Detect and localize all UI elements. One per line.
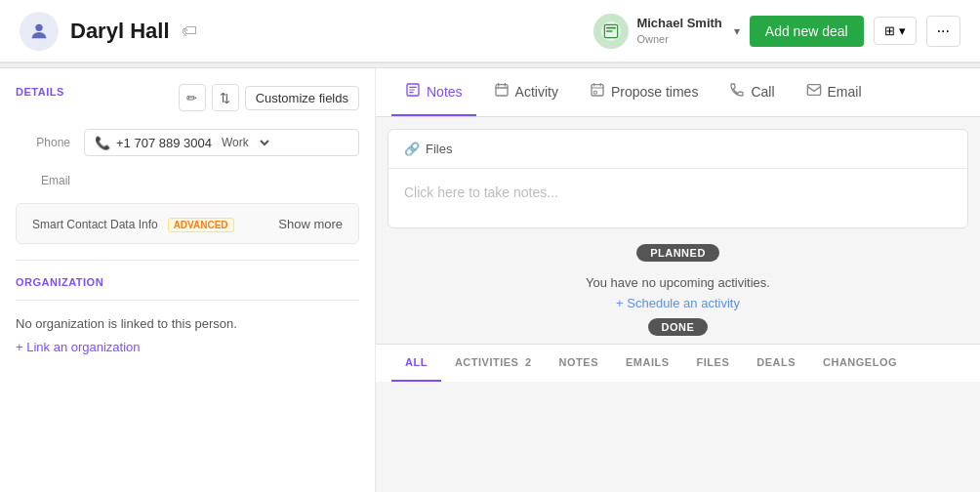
- activity-tab-icon: [494, 82, 510, 101]
- show-more-button[interactable]: Show more: [278, 217, 343, 231]
- phone-type-select[interactable]: Work Home Mobile: [218, 135, 272, 150]
- schedule-activity-link[interactable]: + Schedule an activity: [616, 296, 740, 310]
- header: Daryl Hall 🏷 Michael Smith Owner ▾ Add n…: [0, 0, 980, 62]
- tab-email[interactable]: Email: [793, 68, 876, 116]
- user-role: Owner: [636, 32, 721, 46]
- tabs-bar: Notes Activity Propose times Call: [376, 68, 980, 117]
- bottom-tabs-bar: ALL ACTIVITIES 2 NOTES EMAILS FILES DEAL…: [376, 344, 980, 382]
- bottom-tab-all[interactable]: ALL: [391, 345, 441, 382]
- svg-point-0: [35, 23, 42, 30]
- main-content: DETAILS ✏ ⇅ Customize fields Phone 📞 +1 …: [0, 68, 980, 492]
- done-section: DONE: [388, 318, 968, 336]
- grid-icon: ⊞: [884, 23, 895, 38]
- add-deal-button[interactable]: Add new deal: [750, 16, 864, 47]
- notes-bottom-tab-label: NOTES: [559, 356, 598, 368]
- details-section-title: DETAILS: [16, 86, 64, 98]
- propose-times-icon: [590, 82, 605, 101]
- bottom-tab-changelog[interactable]: CHANGELOG: [809, 345, 911, 382]
- sort-button[interactable]: ⇅: [212, 84, 239, 111]
- notes-tab-label: Notes: [427, 84, 463, 100]
- no-activities-text: You have no upcoming activities.: [586, 275, 770, 290]
- notes-tab-icon: [405, 82, 421, 101]
- bottom-tab-emails[interactable]: EMAILS: [612, 345, 683, 382]
- left-panel: DETAILS ✏ ⇅ Customize fields Phone 📞 +1 …: [0, 68, 376, 492]
- smart-contact-box: Smart Contact Data Info ADVANCED Show mo…: [16, 203, 359, 244]
- deals-tab-label: DEALS: [756, 356, 796, 368]
- tab-propose-times[interactable]: Propose times: [576, 68, 712, 116]
- edit-button[interactable]: ✏: [179, 84, 206, 111]
- details-actions: ✏ ⇅ Customize fields: [179, 84, 359, 111]
- header-left: Daryl Hall 🏷: [20, 12, 197, 51]
- files-tab[interactable]: 🔗 Files: [404, 142, 452, 156]
- divider-2: [16, 300, 359, 301]
- link-organization-button[interactable]: + Link an organization: [16, 340, 141, 354]
- activities-tab-badge: 2: [525, 356, 532, 368]
- smart-contact-label: Smart Contact Data Info: [32, 218, 158, 231]
- view-toggle-button[interactable]: ⊞ ▾: [874, 17, 917, 45]
- advanced-badge: ADVANCED: [168, 218, 234, 232]
- svg-rect-5: [592, 85, 603, 96]
- user-name: Michael Smith: [636, 16, 721, 32]
- paperclip-icon: 🔗: [404, 142, 420, 156]
- tab-notes[interactable]: Notes: [391, 68, 476, 116]
- tab-call[interactable]: Call: [715, 68, 788, 116]
- bottom-tab-deals[interactable]: DEALS: [743, 345, 809, 382]
- propose-times-label: Propose times: [611, 84, 698, 100]
- activities-tab-label: ACTIVITIES: [455, 356, 519, 368]
- files-tab-row: 🔗 Files: [388, 130, 967, 169]
- email-label: Email: [16, 174, 84, 187]
- svg-rect-4: [496, 85, 508, 96]
- call-tab-icon: [729, 82, 745, 101]
- emails-tab-label: EMAILS: [626, 356, 670, 368]
- more-options-button[interactable]: ···: [926, 16, 960, 47]
- user-details: Michael Smith Owner: [636, 16, 721, 46]
- notes-input[interactable]: Click here to take notes...: [388, 169, 967, 227]
- no-organization-text: No organization is linked to this person…: [16, 316, 359, 331]
- phone-field-row: Phone 📞 +1 707 889 3004 Work Home Mobile: [16, 125, 359, 160]
- customize-fields-button[interactable]: Customize fields: [245, 86, 359, 110]
- planned-section: PLANNED You have no upcoming activities.…: [388, 244, 968, 310]
- header-right: Michael Smith Owner ▾ Add new deal ⊞ ▾ ·…: [593, 14, 960, 49]
- all-tab-label: ALL: [405, 356, 428, 368]
- notes-area: 🔗 Files Click here to take notes...: [388, 129, 968, 228]
- phone-label: Phone: [16, 136, 84, 149]
- phone-value: 📞 +1 707 889 3004 Work Home Mobile: [84, 129, 359, 156]
- email-tab-label: Email: [828, 84, 862, 100]
- view-dropdown-arrow: ▾: [899, 23, 906, 38]
- details-header: DETAILS ✏ ⇅ Customize fields: [16, 84, 359, 111]
- files-tab-label: Files: [426, 142, 452, 156]
- planned-badge: PLANNED: [636, 244, 719, 262]
- files-bottom-tab-label: FILES: [697, 356, 730, 368]
- changelog-tab-label: CHANGELOG: [823, 356, 897, 368]
- user-info: Michael Smith Owner ▾: [593, 14, 739, 49]
- user-avatar: [593, 14, 629, 49]
- smart-contact-info: Smart Contact Data Info ADVANCED: [32, 216, 234, 231]
- bottom-tab-files[interactable]: FILES: [683, 345, 744, 382]
- contact-name: Daryl Hall: [70, 19, 170, 44]
- bottom-tab-activities[interactable]: ACTIVITIES 2: [441, 345, 546, 382]
- call-tab-label: Call: [751, 84, 774, 100]
- email-tab-icon: [806, 82, 822, 101]
- email-field-row: Email: [16, 170, 359, 191]
- right-panel: Notes Activity Propose times Call: [376, 68, 980, 492]
- bottom-tab-notes[interactable]: NOTES: [546, 345, 612, 382]
- phone-number: +1 707 889 3004: [116, 136, 212, 150]
- organization-section-title: ORGANIZATION: [16, 276, 359, 288]
- user-dropdown-arrow[interactable]: ▾: [734, 24, 740, 38]
- tab-activity[interactable]: Activity: [480, 68, 572, 116]
- tag-icon[interactable]: 🏷: [182, 22, 197, 40]
- activity-tab-label: Activity: [515, 84, 558, 100]
- done-badge: DONE: [648, 318, 709, 336]
- phone-icon: 📞: [95, 136, 110, 150]
- divider-1: [16, 260, 359, 261]
- svg-rect-6: [807, 85, 820, 96]
- contact-avatar: [20, 12, 59, 51]
